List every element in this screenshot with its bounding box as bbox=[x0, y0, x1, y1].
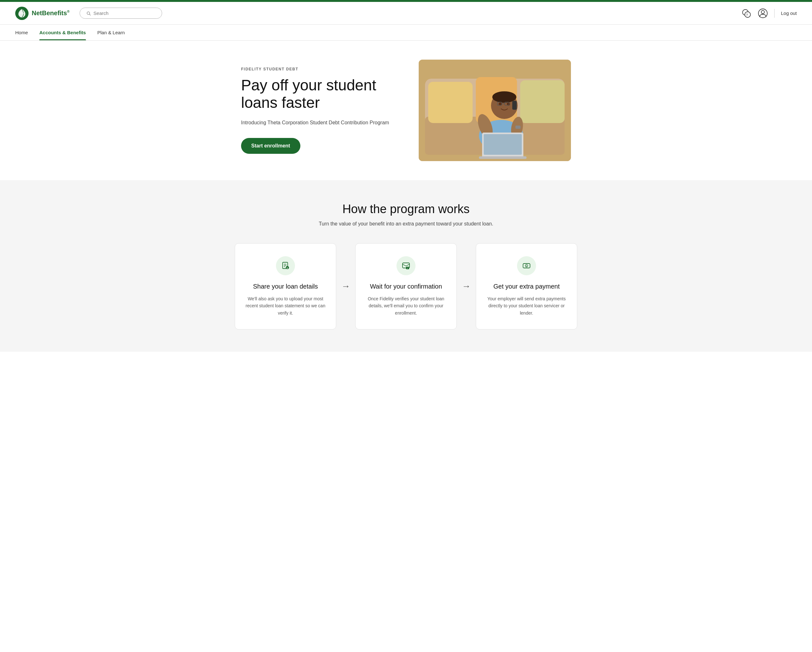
card-3-desc: Your employer will send extra payments d… bbox=[485, 295, 568, 317]
nav-accounts-benefits[interactable]: Accounts & Benefits bbox=[39, 25, 86, 40]
main-nav: Home Accounts & Benefits Plan & Learn bbox=[0, 25, 812, 41]
card-3-icon-wrap: $ bbox=[517, 256, 536, 275]
nav-plan-learn[interactable]: Plan & Learn bbox=[98, 25, 125, 40]
header-divider bbox=[774, 9, 775, 18]
hero-title: Pay off your student loans faster bbox=[241, 76, 393, 111]
payment-icon: $ bbox=[522, 261, 531, 270]
card-2-title: Wait for your confirmation bbox=[365, 283, 447, 290]
logout-button[interactable]: Log out bbox=[781, 11, 797, 16]
card-1-title: Share your loan details bbox=[244, 283, 327, 290]
svg-rect-11 bbox=[428, 82, 473, 123]
card-2-desc: Once Fidelity verifies your student loan… bbox=[365, 295, 447, 317]
svg-point-7 bbox=[761, 11, 765, 14]
svg-line-2 bbox=[89, 14, 90, 15]
svg-rect-27 bbox=[479, 156, 527, 159]
card-1-icon-wrap: $ bbox=[276, 256, 295, 275]
document-icon: $ bbox=[281, 261, 290, 270]
hero-image bbox=[419, 59, 571, 161]
svg-text:?: ? bbox=[746, 13, 748, 17]
hero-illustration bbox=[419, 59, 571, 161]
svg-rect-24 bbox=[512, 101, 517, 110]
card-1-desc: We'll also ask you to upload your most r… bbox=[244, 295, 327, 317]
arrow-1: → bbox=[336, 281, 355, 291]
how-title: How the program works bbox=[15, 202, 797, 216]
svg-point-18 bbox=[492, 91, 516, 103]
svg-text:$: $ bbox=[287, 267, 288, 270]
svg-text:$: $ bbox=[526, 265, 528, 268]
hero-subtitle: Introducing Theta Corporation Student De… bbox=[241, 119, 393, 126]
logo-text: NetBenefits® bbox=[32, 9, 69, 17]
svg-rect-13 bbox=[520, 80, 565, 123]
card-confirmation: ✓ Wait for your confirmation Once Fideli… bbox=[355, 243, 457, 329]
hero-section: FIDELITY STUDENT DEBT Pay off your stude… bbox=[0, 41, 812, 180]
search-bar[interactable] bbox=[79, 8, 162, 19]
chat-icon[interactable]: ? bbox=[741, 8, 751, 18]
profile-icon[interactable] bbox=[758, 8, 768, 18]
start-enrollment-button[interactable]: Start enrollment bbox=[241, 138, 301, 154]
header-right: ? Log out bbox=[741, 8, 797, 18]
card-share-loan: $ Share your loan details We'll also ask… bbox=[235, 243, 336, 329]
nav-home[interactable]: Home bbox=[15, 25, 28, 40]
card-3-title: Get your extra payment bbox=[485, 283, 568, 290]
hero-eyebrow: FIDELITY STUDENT DEBT bbox=[241, 67, 393, 72]
hero-text: FIDELITY STUDENT DEBT Pay off your stude… bbox=[241, 67, 393, 154]
confirmation-icon: ✓ bbox=[401, 261, 411, 270]
logo-area[interactable]: NetBenefits® bbox=[15, 7, 69, 20]
header: NetBenefits® ? Log out bbox=[0, 2, 812, 25]
card-2-icon-wrap: ✓ bbox=[397, 256, 415, 275]
svg-rect-26 bbox=[484, 134, 522, 155]
search-input[interactable] bbox=[93, 11, 156, 16]
fidelity-logo-icon bbox=[15, 7, 29, 20]
search-icon bbox=[86, 11, 91, 16]
card-payment: $ Get your extra payment Your employer w… bbox=[476, 243, 577, 329]
svg-text:✓: ✓ bbox=[407, 267, 409, 270]
how-subtitle: Turn the value of your benefit into an e… bbox=[15, 221, 797, 227]
cards-row: $ Share your loan details We'll also ask… bbox=[232, 243, 580, 329]
arrow-2: → bbox=[457, 281, 476, 291]
how-section: How the program works Turn the value of … bbox=[0, 180, 812, 352]
svg-rect-28 bbox=[516, 126, 520, 129]
